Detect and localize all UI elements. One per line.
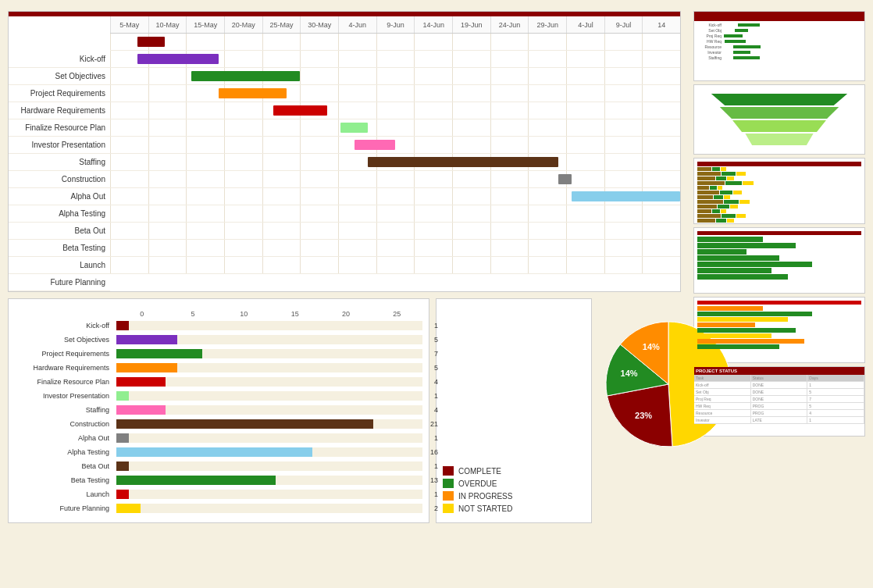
tl-row-7 (110, 154, 680, 171)
bar-axis: 0 5 10 15 20 25 (116, 310, 422, 318)
bc-row-2: Project Requirements7 (116, 347, 422, 360)
bc-label-1: Set Objectives (15, 336, 112, 344)
grid-line (338, 257, 339, 273)
grid-line (224, 137, 225, 153)
grid-line (642, 240, 643, 256)
bc-row-12: Launch1 (116, 488, 422, 501)
task-status-panel: COMPLETEOVERDUEIN PROGRESSNOT STARTED (436, 298, 592, 523)
grid-line (224, 34, 225, 50)
grid-line (604, 257, 605, 273)
tl-bar-1 (137, 54, 219, 64)
grid-line (262, 205, 263, 222)
bc-bar-wrap-3: 5 (116, 363, 422, 372)
grid-line (262, 119, 263, 136)
grid-line (148, 137, 149, 153)
bc-bar-2 (116, 349, 202, 358)
grid-line (452, 171, 453, 187)
grid-line (566, 85, 567, 102)
grid-line (110, 85, 111, 102)
grid-line (414, 223, 415, 239)
grid-line (224, 240, 225, 256)
grid-line (414, 68, 415, 84)
bc-row-8: Alpha Out1 (116, 432, 422, 444)
legend-label-3: NOT STARTED (458, 504, 512, 513)
grid-line (604, 102, 605, 119)
grid-line (566, 223, 567, 239)
bc-bar-wrap-13: 2 (116, 504, 422, 513)
bc-label-6: Staffing (15, 406, 112, 414)
bc-label-12: Launch (15, 490, 112, 498)
tl-bar-7 (368, 157, 558, 167)
task-label-6: Staffing (9, 154, 110, 171)
grid-line (642, 137, 643, 153)
bc-bar-wrap-2: 7 (116, 349, 422, 358)
bc-bar-wrap-12: 1 (116, 490, 422, 499)
bottom-section: 0 5 10 15 20 25 Kick-off1Set Objectives5… (8, 298, 681, 523)
grid-line (490, 137, 491, 153)
grid-line (262, 188, 263, 205)
legend-item-0: COMPLETE (443, 466, 585, 476)
legend-color-1 (443, 479, 454, 488)
bc-row-3: Hardware Requirements5 (116, 362, 422, 374)
grid-line (300, 205, 301, 222)
grid-line (528, 51, 529, 67)
grid-line (642, 34, 643, 50)
grid-line (262, 51, 263, 67)
pie-label-1: 23% (635, 411, 652, 420)
bc-value-13: 2 (434, 504, 438, 512)
grid-line (148, 240, 149, 256)
bc-label-4: Finalize Resource Plan (15, 378, 112, 386)
bc-bar-10 (116, 461, 129, 471)
grid-line (414, 137, 415, 153)
grid-line (414, 102, 415, 119)
grid-line (490, 188, 491, 205)
days-chart: 0 5 10 15 20 25 Kick-off1Set Objectives5… (8, 298, 429, 523)
grid-line (528, 119, 529, 136)
bc-bar-6 (116, 405, 166, 415)
grid-line (566, 137, 567, 153)
grid-line (642, 205, 643, 222)
bc-bar-wrap-8: 1 (116, 433, 422, 443)
bc-value-6: 4 (434, 406, 438, 414)
grid-line (186, 85, 187, 102)
grid-line (300, 223, 301, 239)
page-wrapper: Kick-off Set Objectives Project Requirem… (0, 0, 873, 529)
bar-rows: Kick-off1Set Objectives5Project Requirem… (116, 319, 422, 515)
grid-line (414, 51, 415, 67)
grid-line (186, 171, 187, 187)
task-label-0: Kick-off (9, 51, 110, 68)
legend-item-1: OVERDUE (443, 479, 585, 488)
grid-line (186, 68, 187, 84)
grid-line (376, 223, 377, 239)
grid-line (490, 257, 491, 273)
grid-line (604, 240, 605, 256)
grid-line (148, 188, 149, 205)
grid-line (110, 119, 111, 136)
grid-line (452, 102, 453, 119)
tl-row-4 (110, 102, 680, 119)
tl-row-13 (110, 257, 680, 274)
timeline-section: Kick-off Set Objectives Project Requirem… (8, 11, 681, 292)
grid-line (338, 34, 339, 50)
tl-row-9 (110, 188, 680, 205)
grid-line (338, 240, 339, 256)
bc-label-10: Beta Out (15, 462, 112, 470)
bc-label-5: Investor Presentation (15, 392, 112, 400)
bc-label-3: Hardware Requirements (15, 364, 112, 372)
grid-line (224, 257, 225, 273)
grid-line (186, 205, 187, 222)
task-label-11: Beta Testing (9, 240, 110, 257)
bc-bar-wrap-11: 13 (116, 476, 422, 485)
grid-line (452, 240, 453, 256)
grid-line (148, 257, 149, 273)
grid-line (490, 34, 491, 50)
grid-line (338, 102, 339, 119)
bc-row-10: Beta Out1 (116, 460, 422, 472)
bc-value-1: 5 (434, 336, 438, 344)
grid-line (262, 102, 263, 119)
grid-line (490, 240, 491, 256)
grid-line (452, 137, 453, 153)
grid-line (452, 85, 453, 102)
grid-line (110, 154, 111, 170)
grid-line (300, 85, 301, 102)
